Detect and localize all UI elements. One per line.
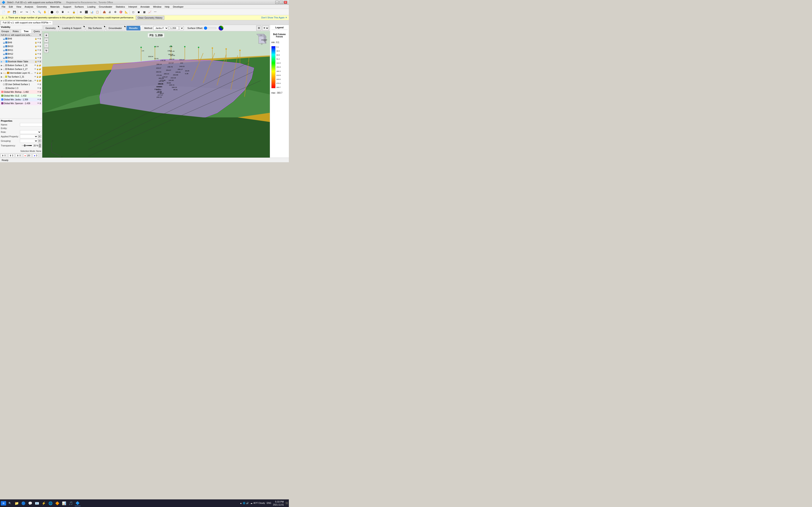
maximize-button[interactable]: □ <box>280 1 283 4</box>
sphere-btn[interactable]: ○ <box>66 9 71 14</box>
tree-item-BH10[interactable]: ⬓ BH10 🔒 👁 🗑 <box>0 44 42 48</box>
tab-close-button[interactable]: ✕ <box>49 21 51 24</box>
sidebar-tab-tree[interactable]: Tree <box>21 30 32 33</box>
menu-statistics[interactable]: Statistics <box>114 5 126 9</box>
eye-icon-bs27[interactable]: 👁 <box>34 68 36 70</box>
transparency-down-button[interactable]: ▼ <box>39 146 41 148</box>
tab-groundwater[interactable]: Groundwater <box>106 26 124 31</box>
tree-item-global-min-janbu[interactable]: Global Min: Janbu - 1.359 👁 🗑 <box>0 98 42 101</box>
table-btn[interactable]: 📋 <box>95 9 100 14</box>
delete-icon-spencer[interactable]: 🗑 <box>39 102 41 104</box>
chart-btn[interactable]: 📈 <box>147 9 152 14</box>
sidebar-tab-groups[interactable]: Groups <box>0 30 11 33</box>
lock-icon-bs26[interactable]: 🔐 <box>39 64 41 66</box>
eye-icon-bh13[interactable]: 👁 <box>37 57 39 59</box>
menu-developer[interactable]: Developer <box>171 5 185 9</box>
menu-analysis[interactable]: Analysis <box>23 5 35 9</box>
tab-results[interactable]: Results <box>126 26 140 31</box>
menu-loading[interactable]: Loading <box>86 5 97 9</box>
save-button[interactable]: 💾 <box>12 9 17 14</box>
method-select[interactable]: Janbu FS <box>154 26 168 30</box>
lock-icon-bh12[interactable]: 🔒 <box>35 53 37 55</box>
pan-button[interactable]: ✋ <box>42 9 47 14</box>
menu-support[interactable]: Support <box>61 5 73 9</box>
menu-surfaces[interactable]: Surfaces <box>73 5 86 9</box>
axis-btn[interactable]: 📐 <box>124 9 129 14</box>
lock-icon-bh11[interactable]: 🔒 <box>35 49 37 51</box>
eye-icon-janbu[interactable]: 👁 <box>37 99 39 101</box>
undo-button[interactable]: ↩ <box>19 9 24 14</box>
grouping-select[interactable] <box>20 139 38 143</box>
wireframe-btn[interactable]: ◻ <box>131 9 136 14</box>
lock-icon-bh9[interactable]: 🔒 <box>35 41 37 44</box>
menu-file[interactable]: File <box>0 5 7 9</box>
redo-button[interactable]: ↪ <box>24 9 30 14</box>
menu-materials[interactable]: Materials <box>49 5 61 9</box>
menu-view[interactable]: View <box>14 5 23 9</box>
lock-icon-bs27[interactable]: 🔒 <box>36 68 39 70</box>
delete-icon-bh13[interactable]: 🗑 <box>39 57 41 59</box>
geometry-btn[interactable]: ⬡ <box>55 9 60 14</box>
color-settings-button[interactable] <box>218 25 223 31</box>
document-tab[interactable]: Full 3D v.1- with support-one surface-RS… <box>1 20 53 25</box>
menu-interpret[interactable]: Interpret <box>126 5 139 9</box>
surface-offset-slider[interactable] <box>204 26 216 30</box>
lock-icon-union[interactable]: 🔒 <box>36 79 39 81</box>
delete-icon-bwt[interactable]: 🗑 <box>39 60 41 62</box>
menu-help[interactable]: Help <box>163 5 171 9</box>
lock2-icon-ts31[interactable]: 🔐 <box>39 76 41 78</box>
transparency-slider[interactable] <box>21 145 32 146</box>
select-btn[interactable]: ⬛ <box>84 9 89 14</box>
sidebar-dropdown-icon[interactable]: ▼ <box>39 34 41 36</box>
menu-edit[interactable]: Edit <box>7 5 14 9</box>
delete-icon-bh10[interactable]: 🗑 <box>39 45 41 47</box>
tree-item-global-min-spencer[interactable]: Global Min: Spencer - 1.439 👁 🗑 <box>0 101 42 105</box>
navigation-cube[interactable]: FRONT TOP RIGHT S <box>255 33 268 46</box>
zoom-out-button[interactable]: − <box>44 38 49 43</box>
role-select[interactable] <box>20 130 41 134</box>
menu-annotate[interactable]: Annotate <box>139 5 151 9</box>
print-btn[interactable]: 🖨 <box>107 9 112 14</box>
delete-icon-bishop[interactable]: 🗑 <box>39 91 41 93</box>
eye-icon[interactable]: 👁 <box>37 38 39 40</box>
eye-icon-bwt[interactable]: 👁 <box>37 60 39 62</box>
sidebar-tab-roles[interactable]: Roles <box>11 30 21 33</box>
eye-icon-ts31[interactable]: 👁 <box>34 76 36 78</box>
delete-icon-bh11[interactable]: 🗑 <box>39 49 41 51</box>
tree-item-borehole-water-table[interactable]: ▶ 〰 Borehole Water Table 🔒 👁 🗑 <box>0 60 42 63</box>
export-btn[interactable]: 📤 <box>102 9 107 14</box>
eye-icon-bs26[interactable]: 👁 <box>34 64 36 66</box>
transparency-thumb[interactable] <box>24 145 26 147</box>
lock2-icon-bs27[interactable]: 🔐 <box>39 68 41 70</box>
tree-item-bottom-surface-26[interactable]: ▶ △ Bottom Surface 2_26 👁 🔒 🔐 <box>0 63 42 67</box>
mesh-btn[interactable]: ▦ <box>142 9 147 14</box>
add-point-button[interactable]: ⬤ <box>49 9 54 14</box>
grid-view-button[interactable]: ⊞ <box>256 25 261 31</box>
canvas-area[interactable]: Z X FS: 1.359 + − ↔ ↻ FRONT <box>42 31 270 158</box>
tree-item-BH13[interactable]: ⬓ BH13 🔒 👁 🗑 <box>0 56 42 60</box>
tree-item-anchor[interactable]: ↔ Anchor 1 3 👁 🗑 <box>0 86 42 90</box>
view-dropdown[interactable]: ▼ <box>262 25 269 31</box>
lock2-icon-union[interactable]: 🔐 <box>39 79 41 81</box>
name-input[interactable] <box>20 123 42 126</box>
lock2-icon-bs26[interactable]: 🔒 <box>36 64 39 66</box>
delete-icon[interactable]: 🗑 <box>39 38 41 40</box>
tree-item-bottom-surface-27[interactable]: ▶ △ Bottom Surface 2_27 👁 🔒 🔐 <box>0 67 42 71</box>
delete-icon-bh12[interactable]: 🗑 <box>39 53 41 55</box>
delete-icon-bh9[interactable]: 🗑 <box>39 41 41 44</box>
fs-type-select[interactable]: ▼ <box>180 26 184 30</box>
eye-icon-union[interactable]: 👁 <box>34 79 36 81</box>
open-button[interactable]: 📂 <box>6 9 11 14</box>
tab-geometry[interactable]: Geometry <box>43 26 58 31</box>
cursor-btn[interactable]: ⊕ <box>78 9 83 14</box>
settings-btn[interactable]: ⚙ <box>113 9 118 14</box>
pointer-button[interactable]: ↖ <box>31 9 36 14</box>
tab-slip-surfaces[interactable]: Slip Surfaces <box>86 26 104 31</box>
results-btn[interactable]: 📊 <box>89 9 94 14</box>
eye-icon-bishop[interactable]: 👁 <box>37 91 39 93</box>
delete-icon-anchor[interactable]: 🗑 <box>39 87 41 89</box>
lock2-icon-il[interactable]: 🔐 <box>39 72 41 74</box>
lock-icon-il[interactable]: 🔒 <box>36 72 39 74</box>
delete-icon-janbu[interactable]: 🗑 <box>39 99 41 101</box>
clean-geometry-button[interactable]: Clean Geometry History <box>136 16 164 20</box>
